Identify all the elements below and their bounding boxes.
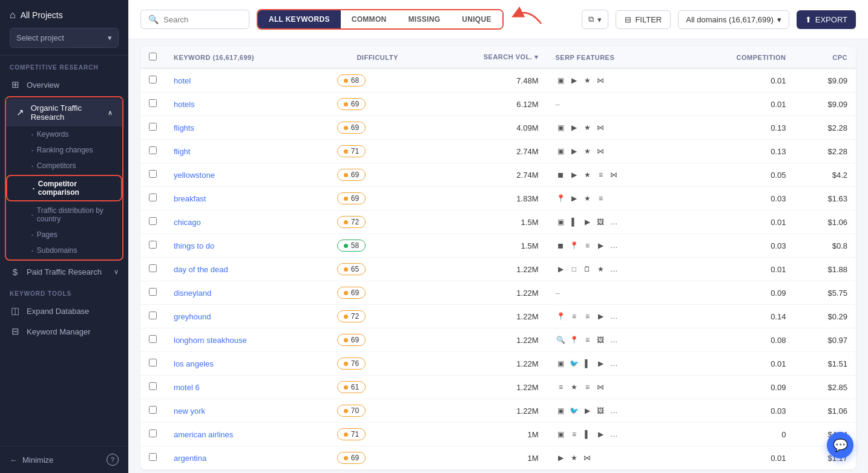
row-checkbox-cell[interactable] [140,352,165,376]
serp-features-cell: 📍▶★≡ [547,187,683,210]
row-checkbox-16[interactable] [149,453,157,461]
difficulty-dot [344,385,348,390]
sidebar-item-keywords[interactable]: Keywords [6,126,122,142]
sidebar-item-subdomains[interactable]: Subdomains [6,243,122,258]
row-checkbox-6[interactable] [149,217,157,225]
row-checkbox-5[interactable] [149,194,157,201]
row-checkbox-10[interactable] [149,312,157,319]
keyword-link-10[interactable]: greyhound [174,312,211,321]
keyword-link-9[interactable]: disneyland [174,289,211,298]
difficulty-badge: 69 [337,452,366,464]
tab-unique[interactable]: UNIQUE [451,10,502,28]
row-checkbox-7[interactable] [149,241,157,249]
keyword-link-16[interactable]: argentina [174,454,206,463]
row-checkbox-3[interactable] [149,146,157,154]
minimize-button[interactable]: ← Minimize [10,455,53,465]
row-checkbox-0[interactable] [149,76,157,83]
sidebar-item-paid-traffic[interactable]: $ Paid Traffic Research ∨ [0,262,128,282]
sidebar-item-overview[interactable]: ⊞ Overview [0,74,128,95]
serp-feature-icon: 🖼 [595,217,606,227]
difficulty-badge: 65 [337,263,366,275]
cpc-cell: $5.75 [794,281,856,305]
row-checkbox-cell[interactable] [140,258,165,281]
difficulty-cell: 61 [329,376,427,399]
row-checkbox-cell[interactable] [140,140,165,163]
sidebar-item-traffic-distribution[interactable]: Traffic distribution by country [6,203,122,227]
keyword-link-4[interactable]: yellowstone [174,171,215,180]
row-checkbox-cell[interactable] [140,423,165,446]
row-checkbox-cell[interactable] [140,234,165,258]
domain-dropdown[interactable]: All domains (16,617,699) ▾ [678,10,789,29]
serp-feature-icon: □ [568,264,579,275]
row-checkbox-cell[interactable] [140,376,165,399]
main-content: 🔍 ALL KEYWORDS COMMON MISSING UNIQUE ⧉ ▾… [128,0,868,473]
keyword-cell: things to do [165,234,329,258]
keyword-link-13[interactable]: motel 6 [174,383,200,392]
keyword-link-7[interactable]: things to do [174,241,214,250]
sidebar-item-keyword-manager[interactable]: ⊟ Keyword Manager [0,321,128,342]
keyword-link-5[interactable]: breakfast [174,194,206,203]
search-input[interactable] [163,15,242,24]
row-checkbox-cell[interactable] [140,399,165,423]
keyword-link-2[interactable]: flights [174,123,194,132]
row-checkbox-cell[interactable] [140,281,165,305]
keyword-link-6[interactable]: chicago [174,218,201,227]
sidebar-item-organic-traffic[interactable]: ↗ Organic Traffic Research ∧ [6,99,122,126]
keyword-link-8[interactable]: day of the dead [174,265,228,274]
row-checkbox-cell[interactable] [140,68,165,93]
tab-all-keywords[interactable]: ALL KEYWORDS [258,10,341,28]
all-projects-link[interactable]: ⌂ All Projects [10,10,119,21]
sidebar-item-expand-database[interactable]: ◫ Expand Database [0,301,128,321]
project-selector[interactable]: Select project ▾ [10,28,119,48]
tab-missing[interactable]: MISSING [398,10,452,28]
serp-feature-icon: ▶ [582,405,593,416]
keyword-link-0[interactable]: hotel [174,76,191,85]
cpc-cell: $0.8 [794,234,856,258]
sidebar-item-competitors[interactable]: Competitors [6,158,122,174]
row-checkbox-8[interactable] [149,264,157,272]
difficulty-badge: 69 [337,98,366,110]
row-checkbox-cell[interactable] [140,328,165,352]
row-checkbox-cell[interactable] [140,163,165,187]
row-checkbox-cell[interactable] [140,116,165,140]
row-checkbox-11[interactable] [149,335,157,343]
row-checkbox-cell[interactable] [140,446,165,470]
header-search-vol[interactable]: SEARCH VOL. ▾ [426,47,547,68]
keyword-link-12[interactable]: los angeles [174,359,214,368]
filter-button[interactable]: ⊟ FILTER [616,10,671,29]
copy-button[interactable]: ⧉ ▾ [582,10,608,29]
row-checkbox-13[interactable] [149,382,157,390]
row-checkbox-9[interactable] [149,288,157,296]
export-button[interactable]: ⬆ EXPORT [797,10,856,29]
search-vol-cell: 1.83M [426,187,547,210]
keyword-link-11[interactable]: longhorn steakhouse [174,336,247,345]
competition-cell: 0 [683,423,794,446]
tab-common[interactable]: COMMON [341,10,398,28]
cpc-cell: $1.06 [794,210,856,234]
select-all-checkbox[interactable] [149,53,157,60]
help-button[interactable]: ? [107,454,119,466]
sidebar-item-ranking-changes[interactable]: Ranking changes [6,142,122,158]
keyword-link-15[interactable]: american airlines [174,430,233,439]
row-checkbox-4[interactable] [149,170,157,178]
sidebar-item-pages[interactable]: Pages [6,227,122,243]
keyword-link-1[interactable]: hotels [174,100,195,109]
row-checkbox-12[interactable] [149,359,157,367]
sidebar-item-competitor-comparison[interactable]: Competitor comparison [7,176,121,200]
row-checkbox-14[interactable] [149,406,157,414]
row-checkbox-cell[interactable] [140,93,165,116]
row-checkbox-15[interactable] [149,429,157,437]
home-icon: ⌂ [10,10,16,21]
row-checkbox-cell[interactable] [140,210,165,234]
chat-button[interactable]: 💬 [827,432,853,458]
keyword-link-14[interactable]: new york [174,406,205,416]
keyword-link-3[interactable]: flight [174,147,190,156]
row-checkbox-1[interactable] [149,99,157,107]
difficulty-cell: 65 [329,258,427,281]
row-checkbox-cell[interactable] [140,305,165,328]
difficulty-badge: 69 [337,192,366,204]
row-checkbox-2[interactable] [149,123,157,131]
row-checkbox-cell[interactable] [140,187,165,210]
search-box[interactable]: 🔍 [140,10,249,29]
table-row: argentina 69 1M ▶★⋈ 0.01 $1.17 [140,446,856,470]
